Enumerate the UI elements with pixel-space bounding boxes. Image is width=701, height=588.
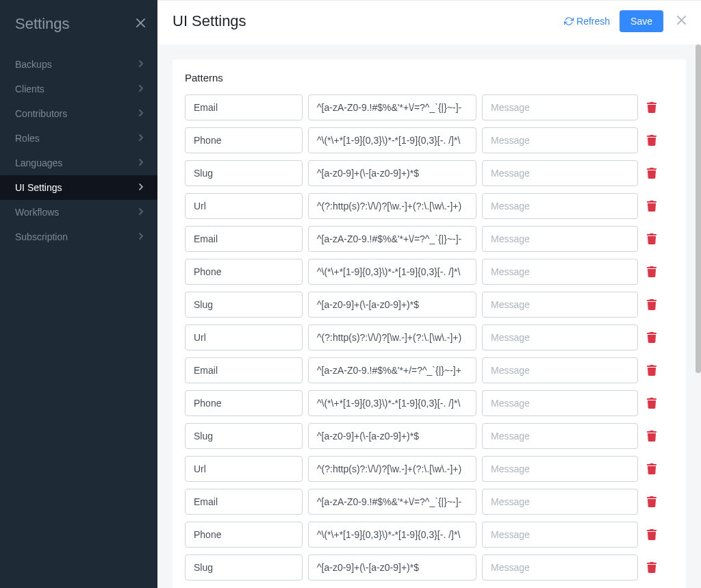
pattern-row bbox=[185, 160, 674, 186]
panel-title: Patterns bbox=[185, 72, 674, 84]
refresh-button[interactable]: Refresh bbox=[564, 16, 610, 27]
pattern-message-input[interactable] bbox=[482, 127, 638, 153]
trash-icon[interactable] bbox=[643, 398, 660, 409]
trash-icon[interactable] bbox=[643, 102, 660, 113]
chevron-right-icon bbox=[139, 84, 144, 94]
pattern-name-input[interactable] bbox=[185, 423, 303, 449]
trash-icon[interactable] bbox=[643, 168, 660, 179]
refresh-label: Refresh bbox=[576, 16, 610, 27]
pattern-message-input[interactable] bbox=[482, 357, 638, 383]
pattern-regex-input[interactable] bbox=[308, 324, 476, 350]
sidebar-item-label: Backups bbox=[15, 59, 52, 70]
pattern-name-input[interactable] bbox=[185, 357, 303, 383]
chevron-right-icon bbox=[139, 232, 144, 242]
sidebar-item-clients[interactable]: Clients bbox=[0, 77, 157, 101]
pattern-name-input[interactable] bbox=[185, 160, 303, 186]
pattern-message-input[interactable] bbox=[482, 226, 638, 252]
pattern-regex-input[interactable] bbox=[308, 226, 476, 252]
trash-icon[interactable] bbox=[643, 135, 660, 146]
pattern-regex-input[interactable] bbox=[308, 423, 476, 449]
pattern-message-input[interactable] bbox=[482, 324, 638, 350]
sidebar-item-label: Roles bbox=[15, 133, 40, 144]
pattern-row bbox=[185, 292, 674, 318]
pattern-name-input[interactable] bbox=[185, 456, 303, 482]
pattern-regex-input[interactable] bbox=[308, 193, 476, 219]
topbar: UI Settings Refresh Save bbox=[157, 1, 701, 44]
pattern-name-input[interactable] bbox=[185, 390, 303, 416]
pattern-regex-input[interactable] bbox=[308, 292, 476, 318]
pattern-row bbox=[185, 193, 674, 219]
pattern-message-input[interactable] bbox=[482, 193, 638, 219]
close-icon[interactable] bbox=[136, 18, 145, 29]
pattern-regex-input[interactable] bbox=[308, 390, 476, 416]
pattern-row bbox=[185, 259, 674, 285]
scrollbar[interactable] bbox=[696, 44, 701, 588]
sidebar-item-languages[interactable]: Languages bbox=[0, 151, 157, 175]
trash-icon[interactable] bbox=[643, 266, 660, 277]
trash-icon[interactable] bbox=[643, 431, 660, 442]
pattern-regex-input[interactable] bbox=[308, 489, 476, 515]
sidebar-item-backups[interactable]: Backups bbox=[0, 52, 157, 77]
chevron-right-icon bbox=[139, 109, 144, 118]
trash-icon[interactable] bbox=[643, 365, 660, 376]
pattern-name-input[interactable] bbox=[185, 94, 303, 120]
main: UI Settings Refresh Save Patterns bbox=[157, 0, 701, 588]
pattern-message-input[interactable] bbox=[482, 160, 638, 186]
sidebar-header: Settings bbox=[0, 12, 157, 52]
trash-icon[interactable] bbox=[643, 529, 660, 540]
pattern-row bbox=[185, 94, 674, 120]
pattern-regex-input[interactable] bbox=[308, 160, 476, 186]
trash-icon[interactable] bbox=[643, 562, 660, 573]
pattern-regex-input[interactable] bbox=[308, 94, 476, 120]
chevron-right-icon bbox=[139, 133, 144, 143]
pattern-regex-input[interactable] bbox=[308, 554, 476, 580]
pattern-row bbox=[185, 357, 674, 383]
trash-icon[interactable] bbox=[643, 332, 660, 343]
pattern-name-input[interactable] bbox=[185, 193, 303, 219]
trash-icon[interactable] bbox=[643, 463, 660, 474]
sidebar-item-label: Languages bbox=[15, 157, 62, 168]
pattern-name-input[interactable] bbox=[185, 259, 303, 285]
pattern-message-input[interactable] bbox=[482, 456, 638, 482]
pattern-name-input[interactable] bbox=[185, 554, 303, 580]
pattern-message-input[interactable] bbox=[482, 489, 638, 515]
sidebar-item-ui-settings[interactable]: UI Settings bbox=[0, 175, 157, 200]
content-scroller[interactable]: Patterns bbox=[173, 60, 686, 588]
pattern-row bbox=[185, 489, 674, 515]
pattern-regex-input[interactable] bbox=[308, 522, 476, 548]
pattern-message-input[interactable] bbox=[482, 554, 638, 580]
sidebar-item-contributors[interactable]: Contributors bbox=[0, 101, 157, 126]
trash-icon[interactable] bbox=[643, 201, 660, 212]
sidebar-item-subscription[interactable]: Subscription bbox=[0, 225, 157, 249]
chevron-right-icon bbox=[139, 207, 144, 217]
pattern-message-input[interactable] bbox=[482, 94, 638, 120]
pattern-name-input[interactable] bbox=[185, 292, 303, 318]
scrollbar-thumb[interactable] bbox=[696, 44, 701, 373]
pattern-row bbox=[185, 522, 674, 548]
pattern-name-input[interactable] bbox=[185, 489, 303, 515]
save-button[interactable]: Save bbox=[620, 10, 663, 32]
pattern-name-input[interactable] bbox=[185, 127, 303, 153]
sidebar-item-workflows[interactable]: Workflows bbox=[0, 200, 157, 225]
pattern-message-input[interactable] bbox=[482, 522, 638, 548]
content-viewport: Patterns bbox=[157, 44, 701, 588]
pattern-message-input[interactable] bbox=[482, 292, 638, 318]
pattern-regex-input[interactable] bbox=[308, 127, 476, 153]
pattern-regex-input[interactable] bbox=[308, 259, 476, 285]
pattern-name-input[interactable] bbox=[185, 522, 303, 548]
trash-icon[interactable] bbox=[643, 496, 660, 507]
sidebar-item-label: Subscription bbox=[15, 231, 68, 242]
pattern-message-input[interactable] bbox=[482, 390, 638, 416]
pattern-regex-input[interactable] bbox=[308, 357, 476, 383]
modal-close-icon[interactable] bbox=[677, 15, 686, 27]
chevron-right-icon bbox=[139, 158, 144, 168]
pattern-message-input[interactable] bbox=[482, 259, 638, 285]
pattern-message-input[interactable] bbox=[482, 423, 638, 449]
trash-icon[interactable] bbox=[643, 299, 660, 310]
sidebar-item-label: Workflows bbox=[15, 207, 59, 218]
pattern-name-input[interactable] bbox=[185, 324, 303, 350]
sidebar-item-roles[interactable]: Roles bbox=[0, 126, 157, 151]
trash-icon[interactable] bbox=[643, 233, 660, 244]
pattern-regex-input[interactable] bbox=[308, 456, 476, 482]
pattern-name-input[interactable] bbox=[185, 226, 303, 252]
